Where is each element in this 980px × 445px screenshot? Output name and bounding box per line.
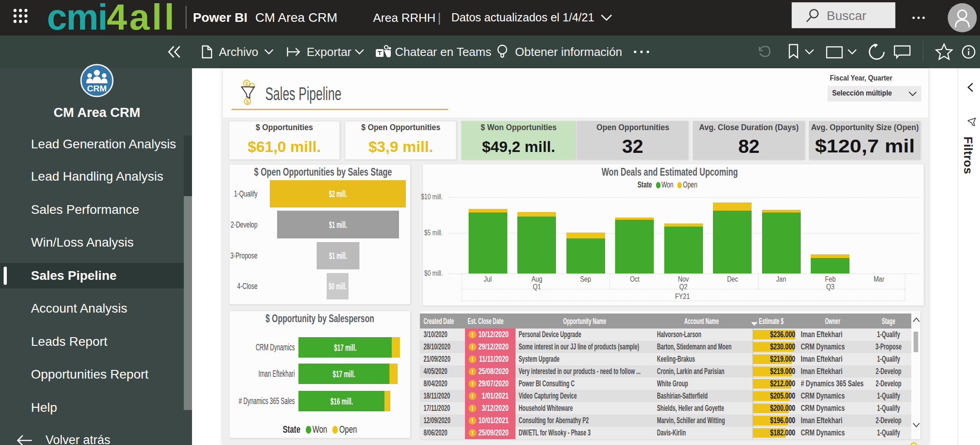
svg-text:$: $ bbox=[246, 99, 249, 105]
svg-text:CRM: CRM bbox=[87, 84, 106, 93]
svg-text:$: $ bbox=[245, 81, 248, 86]
